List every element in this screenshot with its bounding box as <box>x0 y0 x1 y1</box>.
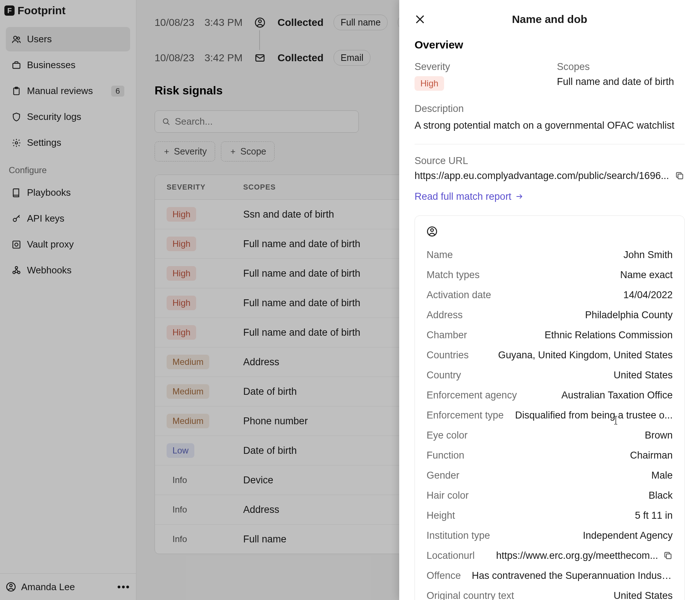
overview-grid: Severity High Scopes Full name and date … <box>415 61 685 91</box>
detail-row: Match typesName exact <box>427 265 673 285</box>
detail-label: Match types <box>427 269 480 281</box>
full-report-link[interactable]: Read full match report <box>415 191 685 202</box>
detail-label: Gender <box>427 470 459 481</box>
scopes-label: Scopes <box>557 61 685 73</box>
detail-row: FunctionChairman <box>427 445 673 465</box>
copy-icon[interactable] <box>663 551 673 560</box>
detail-label: Height <box>427 510 455 521</box>
detail-row: ChamberEthnic Relations Commission <box>427 325 673 345</box>
svg-point-20 <box>431 229 433 231</box>
detail-label: Eye color <box>427 430 468 441</box>
detail-value: Chairman <box>630 450 673 461</box>
detail-value: Ethnic Relations Commission <box>545 330 673 341</box>
close-icon[interactable] <box>415 14 425 25</box>
detail-value: Philadelphia County <box>585 309 673 321</box>
report-link-label: Read full match report <box>415 191 512 202</box>
detail-value: Brown <box>645 430 673 441</box>
detail-label: Address <box>427 309 463 321</box>
detail-row: Original country textUnited States <box>427 586 673 600</box>
detail-value: 14/04/2022 <box>623 289 673 301</box>
detail-value-wrapper: https://www.erc.org.gy/meetthecom... <box>496 550 673 561</box>
detail-label: Name <box>427 249 453 261</box>
detail-row: CountryUnited States <box>427 365 673 385</box>
detail-label: Country <box>427 370 461 381</box>
detail-label: Function <box>427 450 464 461</box>
detail-label: Countries <box>427 350 469 361</box>
detail-label: Offence <box>427 570 461 581</box>
source-url-label: Source URL <box>415 155 685 167</box>
copy-icon[interactable] <box>675 171 684 180</box>
svg-rect-18 <box>678 174 683 179</box>
detail-value: United States <box>614 370 673 381</box>
detail-row: CountriesGuyana, United Kingdom, United … <box>427 345 673 365</box>
detail-value: 5 ft 11 in <box>635 510 673 521</box>
severity-label: Severity <box>415 61 542 73</box>
detail-value: Australian Taxation Office <box>561 390 673 401</box>
detail-value: Has contravened the Superannuation Indus… <box>472 570 673 581</box>
detail-row: Institution typeIndependent Agency <box>427 526 673 546</box>
detail-row: OffenceHas contravened the Superannuatio… <box>427 566 673 586</box>
detail-label: Chamber <box>427 330 467 341</box>
match-detail-card: NameJohn SmithMatch typesName exactActiv… <box>415 215 685 600</box>
detail-value: Name exact <box>620 269 673 281</box>
detail-row: AddressPhiladelphia County <box>427 305 673 325</box>
detail-label: Locationurl <box>427 550 475 561</box>
source-url-block: Source URL https://app.eu.complyadvantag… <box>415 155 685 182</box>
scopes-value: Full name and date of birth <box>557 76 685 87</box>
detail-label: Enforcement agency <box>427 390 517 401</box>
detail-label: Activation date <box>427 289 491 301</box>
detail-row: Eye colorBrown <box>427 425 673 445</box>
detail-value: Guyana, United Kingdom, United States <box>498 350 673 361</box>
detail-row: Enforcement agencyAustralian Taxation Of… <box>427 385 673 405</box>
detail-value: Disqualified from being a trustee o... <box>515 410 673 421</box>
detail-drawer: Name and dob Overview Severity High Scop… <box>399 0 700 600</box>
detail-value: Male <box>651 470 673 481</box>
detail-value: United States <box>614 590 673 600</box>
description-text: A strong potential match on a government… <box>415 118 685 133</box>
drawer-title: Name and dob <box>425 13 685 26</box>
detail-label: Hair color <box>427 490 469 501</box>
detail-value: Independent Agency <box>583 530 673 541</box>
svg-rect-21 <box>666 554 671 559</box>
detail-label: Enforcement type <box>427 410 504 421</box>
detail-row: Enforcement typeDisqualified from being … <box>427 405 673 425</box>
user-circle-icon <box>427 226 438 237</box>
source-url-value: https://app.eu.complyadvantage.com/publi… <box>415 170 669 182</box>
detail-row: Locationurlhttps://www.erc.org.gy/meetth… <box>427 546 673 566</box>
detail-value: Black <box>649 490 673 501</box>
drawer-header: Name and dob <box>415 13 685 26</box>
detail-value: https://www.erc.org.gy/meetthecom... <box>496 550 658 561</box>
detail-value: John Smith <box>623 249 673 261</box>
detail-row: NameJohn Smith <box>427 245 673 265</box>
detail-row: Activation date14/04/2022 <box>427 285 673 305</box>
detail-row: Hair colorBlack <box>427 486 673 506</box>
arrow-right-icon <box>515 192 523 200</box>
detail-label: Original country text <box>427 590 514 600</box>
description-block: Description A strong potential match on … <box>415 103 685 133</box>
detail-row: Height5 ft 11 in <box>427 506 673 526</box>
divider <box>415 144 685 144</box>
overview-heading: Overview <box>415 39 685 51</box>
description-label: Description <box>415 103 685 114</box>
severity-badge: High <box>415 76 444 91</box>
detail-label: Institution type <box>427 530 490 541</box>
detail-row: GenderMale <box>427 465 673 486</box>
